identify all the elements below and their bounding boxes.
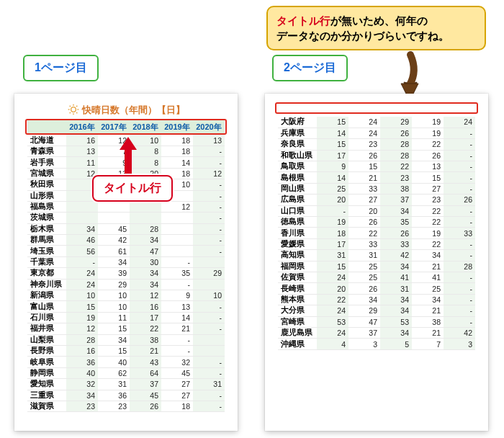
row-value: 22 (412, 217, 444, 228)
title-row-tag: タイトル行 (92, 175, 173, 202)
row-value: 37 (348, 327, 380, 338)
row-value: 45 (130, 390, 161, 401)
row-value: 32 (66, 379, 98, 390)
row-value: 17 (317, 238, 348, 249)
row-value: - (193, 323, 225, 334)
row-value: 17 (317, 150, 348, 161)
row-value: 29 (348, 305, 380, 316)
row-value: 23 (412, 195, 444, 205)
row-value: 18 (317, 228, 348, 238)
row-value: - (193, 246, 225, 256)
header-row-container: 2016年 2017年 2018年 2019年 2020年 (27, 120, 225, 133)
row-value: 26 (412, 150, 444, 161)
row-value: 35 (380, 217, 412, 228)
row-value: 7 (412, 339, 444, 349)
table-row: 奈良県15232822- (278, 139, 475, 150)
row-value: 31 (98, 379, 130, 390)
row-value: 10 (193, 290, 225, 301)
table-row: 大分県24293421- (278, 305, 475, 316)
svg-line-7 (76, 112, 77, 113)
row-value: 21 (348, 172, 380, 183)
row-value: - (161, 334, 193, 345)
row-value: 15 (98, 323, 130, 334)
row-value: - (444, 150, 475, 161)
row-value: 36 (98, 390, 130, 401)
row-name: 福島県 (27, 201, 66, 212)
row-value: 22 (317, 294, 348, 305)
row-value: 13 (161, 301, 193, 312)
row-value: 28 (444, 261, 475, 272)
row-value: 26 (130, 401, 161, 411)
row-value (161, 223, 193, 234)
table-row: 沖縄県43573 (278, 339, 475, 349)
table-row: 鹿児島県2437342142 (278, 327, 475, 338)
row-value: 15 (317, 139, 348, 150)
header-2018: 2018年 (130, 120, 161, 133)
row-value: 23 (348, 139, 380, 150)
row-value: 28 (380, 139, 412, 150)
row-value: - (444, 139, 475, 150)
row-value: - (193, 301, 225, 312)
svg-line-8 (69, 112, 70, 113)
row-value: 19 (66, 312, 98, 323)
row-value: 25 (317, 183, 348, 194)
row-value: 14 (161, 157, 193, 168)
row-value: 11 (98, 312, 130, 323)
row-value: 26 (444, 195, 475, 205)
row-value: 14 (317, 172, 348, 183)
row-value: 23 (380, 172, 412, 183)
table-row: 群馬県464234- (27, 235, 225, 246)
callout-text-2: データなのか分かりづらいですね。 (276, 30, 449, 42)
row-value: 3 (348, 339, 380, 349)
row-value (161, 213, 193, 223)
row-value: 45 (161, 367, 193, 378)
row-value: - (444, 272, 475, 282)
row-value: 23 (98, 401, 130, 411)
row-value: 19 (412, 117, 444, 128)
row-value: 21 (412, 327, 444, 338)
row-value: - (193, 146, 225, 156)
row-value: 27 (161, 390, 193, 401)
sun-icon (68, 104, 79, 117)
row-value: 13 (412, 161, 444, 172)
callout-text-1: が無いため、何年の (330, 14, 428, 27)
row-value: 24 (317, 305, 348, 316)
page2-label: 2ページ目 (272, 55, 348, 81)
row-value: - (444, 205, 475, 216)
row-value: 17 (130, 312, 161, 323)
row-name: 愛媛県 (278, 238, 317, 249)
row-value: 34 (348, 294, 380, 305)
row-name: 福井県 (27, 323, 66, 334)
row-value: - (193, 367, 225, 378)
row-value: 36 (66, 357, 98, 367)
row-name: 和歌山県 (278, 150, 317, 161)
row-name: 鹿児島県 (278, 327, 317, 338)
table-row: 愛知県3231372731 (27, 379, 225, 390)
row-name: 岡山県 (278, 183, 317, 194)
row-value: 21 (161, 323, 193, 334)
page2-sheet: 大阪府1524291924兵庫県14242619-奈良県15232822-和歌山… (265, 94, 488, 431)
page1-sheet: 快晴日数（年間）【日】 2016年 2017年 2018年 2019年 2020… (14, 94, 238, 431)
row-name: 宮城県 (27, 168, 66, 179)
row-name: 北海道 (27, 135, 66, 146)
row-value: 29 (380, 117, 412, 128)
row-value: 24 (317, 327, 348, 338)
row-name: 長野県 (27, 345, 66, 356)
row-name: 福岡県 (278, 261, 317, 272)
callout-highlight: タイトル行 (276, 14, 330, 27)
row-value: - (444, 128, 475, 138)
table-row: 佐賀県24254141- (278, 272, 475, 282)
row-value: 34 (412, 250, 444, 261)
row-value: 31 (348, 250, 380, 261)
row-name: 長崎県 (278, 283, 317, 294)
row-name: 秋田県 (27, 179, 66, 190)
row-name: 群馬県 (27, 235, 66, 246)
row-value: 34 (130, 268, 161, 279)
row-name: 愛知県 (27, 379, 66, 390)
row-value: - (444, 183, 475, 194)
row-value: 5 (380, 339, 412, 349)
row-name: 山形県 (27, 190, 66, 201)
svg-point-1 (71, 107, 76, 112)
row-name: 富山県 (27, 301, 66, 312)
row-value: 15 (98, 345, 130, 356)
